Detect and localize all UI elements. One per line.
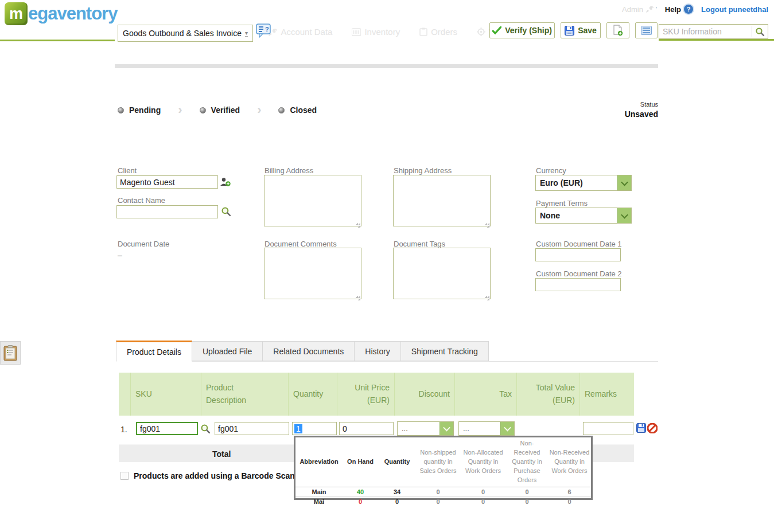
list-icon: [641, 26, 652, 35]
nav-orders: Orders: [419, 27, 457, 37]
custom-date-2-input[interactable]: [535, 278, 621, 291]
payment-terms-select[interactable]: None: [535, 208, 632, 224]
quantity-cell: 34: [378, 487, 416, 496]
workflow-step-label: Verified: [211, 105, 240, 115]
row-cancel-icon[interactable]: [647, 423, 658, 436]
chevron-down-icon: [617, 175, 631, 190]
row-save-icon[interactable]: [636, 423, 646, 435]
document-date-value: –: [118, 251, 122, 260]
row-description-input[interactable]: [215, 422, 289, 435]
search-icon[interactable]: [752, 27, 768, 37]
col-quantity: Quantity: [288, 373, 337, 416]
barcode-option: Products are added using a Barcode Scann…: [120, 471, 308, 480]
new-document-icon: [613, 25, 623, 36]
save-label: Save: [578, 26, 597, 35]
tab-shipment-tracking[interactable]: Shipment Tracking: [401, 341, 489, 361]
stock-table: Abbreviation On Hand Quantity Non-shippe…: [295, 437, 591, 506]
svg-text:?: ?: [265, 26, 269, 33]
col-popup-quantity: Quantity: [378, 437, 416, 487]
billing-address-textarea[interactable]: [264, 175, 361, 226]
custom-date-2-label: Custom Document Date 2: [536, 269, 622, 278]
row-remarks-input[interactable]: [583, 422, 633, 435]
header-divider: [115, 64, 658, 68]
col-on-hand: On Hand: [343, 437, 378, 487]
row-tax-select[interactable]: ...: [458, 421, 515, 436]
tax-value: ...: [459, 422, 500, 435]
shipping-address-textarea[interactable]: [393, 175, 491, 226]
workflow-step-label: Closed: [290, 105, 317, 115]
col-sku: SKU: [130, 373, 201, 416]
col-nonreceived-po: Non-Received Quantity in Purchase Orders: [506, 437, 548, 487]
on-hand-cell: 40: [343, 487, 378, 496]
help-icon: ?: [684, 5, 693, 14]
row-unit-price-input[interactable]: [339, 422, 394, 435]
barcode-checkbox[interactable]: [120, 472, 129, 480]
on-hand-cell: 0: [343, 496, 378, 506]
floppy-icon: [565, 26, 574, 36]
new-document-button[interactable]: [606, 22, 629, 38]
side-notes-tab[interactable]: [0, 341, 21, 365]
tab-uploaded-file[interactable]: Uploaded File: [192, 341, 263, 361]
workflow-step-verified[interactable]: Verified: [200, 105, 240, 115]
chevron-right-icon: ›: [178, 107, 182, 114]
row-discount-select[interactable]: ...: [397, 421, 454, 436]
value-cell: 0: [460, 496, 506, 506]
barcode-icon: [352, 28, 361, 36]
workflow-step-label: Pending: [129, 105, 161, 115]
document-type-value: Goods Outbound & Sales Invoice: [123, 29, 245, 38]
value-cell: 0: [506, 487, 548, 496]
contact-search-icon[interactable]: [221, 206, 231, 219]
verify-ship-button[interactable]: Verify (Ship): [489, 22, 555, 38]
document-tags-wrap: [393, 248, 491, 302]
row-sku-input[interactable]: [136, 422, 198, 435]
help-link[interactable]: Help ?: [665, 5, 693, 14]
total-label: Total: [212, 449, 231, 459]
logout-link[interactable]: Logout puneetdhal: [701, 5, 768, 14]
stock-row-mai: Mai 0 0 0 0 0 0: [295, 496, 591, 506]
megaventory-logo[interactable]: m egaventory: [5, 2, 117, 25]
save-button[interactable]: Save: [561, 22, 601, 38]
list-view-button[interactable]: [635, 22, 658, 38]
col-description: ProductDescription: [201, 373, 288, 416]
document-type-dropdown[interactable]: Goods Outbound & Sales Invoice ▾: [118, 25, 253, 42]
detail-tabs: Product Details Uploaded File Related Do…: [116, 341, 658, 362]
clipboard-notes-icon: [3, 345, 17, 361]
chevron-down-icon: [439, 422, 453, 435]
sku-search-input[interactable]: [659, 27, 752, 36]
custom-date-1-input[interactable]: [535, 248, 621, 261]
shipping-address-wrap: [393, 175, 491, 229]
contact-name-label: Contact Name: [118, 196, 165, 205]
col-nonallocated-wo: Non-Allocated Quantity in Work Orders: [460, 437, 506, 487]
tab-related-documents[interactable]: Related Documents: [263, 341, 355, 361]
sku-lookup-icon[interactable]: [200, 424, 211, 436]
tab-product-details[interactable]: Product Details: [116, 341, 192, 362]
document-status: Status Unsaved: [625, 101, 658, 119]
user-menu: Admin ' Help ? Logout puneetdhal: [622, 5, 768, 14]
abbr-cell: Mai: [295, 496, 343, 506]
tab-history[interactable]: History: [355, 341, 401, 361]
quantity-cell: 0: [378, 496, 416, 506]
col-abbreviation: Abbreviation: [295, 437, 343, 487]
currency-label: Currency: [536, 166, 566, 175]
sku-search-box: [659, 24, 768, 39]
document-tags-textarea[interactable]: [393, 248, 491, 299]
feedback-bubble-button[interactable]: ?: [256, 24, 271, 41]
col-rownum: [119, 373, 130, 416]
value-cell: 6: [548, 487, 591, 496]
value-cell: 0: [416, 487, 460, 496]
contact-name-input[interactable]: [116, 205, 218, 218]
add-client-icon[interactable]: [220, 177, 231, 189]
client-input[interactable]: [116, 175, 218, 189]
clipboard-icon: [419, 28, 427, 36]
row-quantity-input[interactable]: 1: [292, 422, 337, 435]
workflow-step-pending[interactable]: Pending: [118, 105, 161, 115]
document-comments-textarea[interactable]: [264, 248, 361, 299]
workflow-step-closed[interactable]: Closed: [278, 105, 317, 115]
document-comments-label: Document Comments: [265, 240, 337, 248]
payment-terms-label: Payment Terms: [536, 199, 588, 208]
billing-address-label: Billing Address: [265, 166, 313, 175]
nav-account-data: Account Data: [268, 27, 332, 37]
currency-select[interactable]: Euro (EUR): [535, 175, 632, 191]
logo-underline: [0, 40, 115, 41]
status-value: Unsaved: [625, 109, 658, 119]
